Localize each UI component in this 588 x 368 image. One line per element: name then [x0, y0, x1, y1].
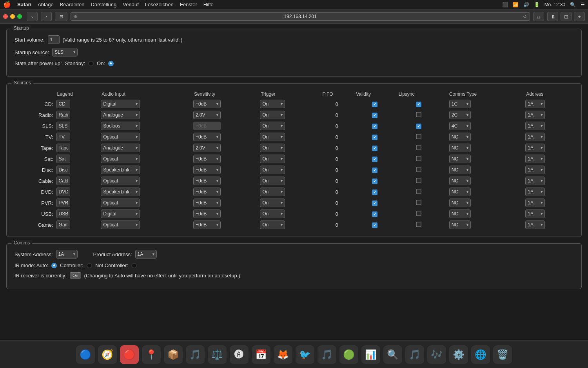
address-select-7[interactable]: 1A2A3A4A: [525, 177, 545, 185]
legend-input-10[interactable]: [56, 210, 70, 218]
audio-input-select-4[interactable]: DigitalAnalogueOpticalSooloosSpeakerLink: [101, 144, 140, 152]
lipsync-checkbox-0[interactable]: [416, 102, 421, 107]
address-select-1[interactable]: 1A2A3A4A: [525, 111, 545, 119]
dock-app5[interactable]: 🎵: [186, 345, 205, 364]
dock-finder[interactable]: 🔵: [76, 345, 95, 364]
search-icon[interactable]: 🔍: [570, 2, 576, 7]
apple-menu[interactable]: 🍎: [3, 1, 11, 8]
validity-checkbox-2[interactable]: [372, 124, 377, 129]
not-controller-radio[interactable]: [131, 263, 137, 268]
lipsync-checkbox-8[interactable]: [416, 189, 421, 194]
legend-input-3[interactable]: [56, 133, 70, 141]
comms-type-select-11[interactable]: NC1C2C3C4C: [449, 220, 471, 229]
address-select-10[interactable]: 1A2A3A4A: [525, 210, 545, 218]
dock-music[interactable]: 🎶: [427, 345, 446, 364]
validity-checkbox-5[interactable]: [372, 157, 377, 162]
comms-type-select-0[interactable]: NC1C2C3C4C: [449, 100, 471, 108]
dock-app6[interactable]: ⚖️: [208, 345, 227, 364]
dock-app16[interactable]: 🌐: [471, 345, 490, 364]
dock-settings[interactable]: ⚙️: [449, 345, 468, 364]
trigger-select-0[interactable]: OnOff: [260, 100, 285, 108]
audio-input-select-11[interactable]: DigitalAnalogueOpticalSooloosSpeakerLink: [101, 220, 140, 229]
address-select-3[interactable]: 1A2A3A4A: [525, 133, 545, 141]
close-button[interactable]: [3, 14, 8, 19]
on-radio[interactable]: [108, 61, 114, 66]
lipsync-checkbox-3[interactable]: [416, 134, 421, 139]
address-select-5[interactable]: 1A2A3A4A: [525, 155, 545, 163]
dock-stats[interactable]: 📊: [361, 345, 380, 364]
dock-calendar[interactable]: 📅: [252, 345, 270, 364]
comms-type-select-8[interactable]: NC1C2C3C4C: [449, 188, 471, 196]
trigger-select-6[interactable]: OnOff: [260, 166, 285, 174]
dock-trash[interactable]: 🗑️: [493, 345, 512, 364]
address-select-8[interactable]: 1A2A3A4A: [525, 188, 545, 196]
back-button[interactable]: ‹: [27, 12, 38, 21]
comms-type-select-2[interactable]: NC1C2C3C4C: [449, 122, 471, 130]
lipsync-checkbox-10[interactable]: [416, 211, 421, 216]
sensitivity-select-4[interactable]: +0dB+6dB+12dB+18dB2.0V1.4V1.0V0.7V: [193, 144, 221, 152]
validity-checkbox-1[interactable]: [372, 113, 377, 118]
dock-spotify[interactable]: 🟢: [339, 345, 358, 364]
controller-radio[interactable]: [87, 263, 92, 268]
validity-checkbox-6[interactable]: [372, 168, 377, 173]
address-select-6[interactable]: 1A2A3A4A: [525, 166, 545, 174]
menu-darstellung[interactable]: Darstellung: [91, 2, 117, 7]
menu-safari[interactable]: Safari: [17, 2, 31, 7]
menu-bearbeiten[interactable]: Bearbeiten: [60, 2, 85, 7]
comms-type-select-3[interactable]: NC1C2C3C4C: [449, 133, 471, 141]
address-select-4[interactable]: 1A2A3A4A: [525, 144, 545, 152]
dock-firefox[interactable]: 🦊: [274, 345, 292, 364]
dock-dropbox[interactable]: 📦: [164, 345, 183, 364]
lipsync-checkbox-11[interactable]: [416, 222, 421, 227]
sensitivity-select-5[interactable]: +0dB+6dB+12dB+18dB2.0V1.4V1.0V0.7V: [193, 155, 221, 163]
validity-checkbox-8[interactable]: [372, 189, 377, 195]
dock-app13[interactable]: 🎵: [405, 345, 424, 364]
comms-type-select-10[interactable]: NC1C2C3C4C: [449, 210, 471, 218]
dock-search[interactable]: 🔍: [383, 345, 402, 364]
ir-auto-radio[interactable]: [51, 263, 57, 268]
home-button[interactable]: ⌂: [533, 12, 544, 21]
sensitivity-select-10[interactable]: +0dB+6dB+12dB+18dB2.0V1.4V1.0V0.7V: [193, 210, 221, 218]
validity-checkbox-7[interactable]: [372, 179, 377, 184]
bookmarks-button[interactable]: ⊡: [561, 12, 572, 21]
sensitivity-select-8[interactable]: +0dB+6dB+12dB+18dB2.0V1.4V1.0V0.7V: [193, 188, 221, 196]
audio-input-select-5[interactable]: DigitalAnalogueOpticalSooloosSpeakerLink: [101, 155, 140, 163]
product-address-select[interactable]: 1A2A3A: [135, 250, 157, 259]
url-bar[interactable]: [71, 12, 530, 21]
legend-input-2[interactable]: [56, 122, 70, 130]
legend-input-8[interactable]: [56, 188, 70, 196]
audio-input-select-10[interactable]: DigitalAnalogueOpticalSooloosSpeakerLink: [101, 210, 140, 218]
audio-input-select-6[interactable]: DigitalAnalogueOpticalSooloosSpeakerLink: [101, 166, 140, 174]
list-icon[interactable]: ☰: [581, 2, 585, 7]
dock-safari[interactable]: 🧭: [98, 345, 117, 364]
add-tab-button[interactable]: +: [574, 12, 585, 21]
audio-input-select-2[interactable]: DigitalAnalogueOpticalSooloosSpeakerLink: [101, 122, 140, 130]
trigger-select-8[interactable]: OnOff: [260, 188, 285, 196]
lipsync-checkbox-9[interactable]: [416, 200, 421, 205]
legend-input-6[interactable]: [56, 166, 70, 174]
audio-input-select-0[interactable]: DigitalAnalogueOpticalSooloosSpeakerLink: [101, 100, 140, 108]
startup-source-select[interactable]: SLS CD Radio TV Tape: [52, 48, 78, 56]
dock-app10[interactable]: 🎵: [318, 345, 336, 364]
validity-checkbox-0[interactable]: [372, 102, 377, 107]
legend-input-1[interactable]: [56, 111, 70, 119]
trigger-select-3[interactable]: OnOff: [260, 133, 285, 141]
sensitivity-select-7[interactable]: +0dB+6dB+12dB+18dB2.0V1.4V1.0V0.7V: [193, 177, 221, 185]
legend-input-7[interactable]: [56, 177, 70, 185]
maximize-button[interactable]: [17, 14, 22, 19]
lipsync-checkbox-2[interactable]: [416, 124, 421, 129]
trigger-select-7[interactable]: OnOff: [260, 177, 285, 185]
comms-type-select-4[interactable]: NC1C2C3C4C: [449, 144, 471, 152]
legend-input-11[interactable]: [56, 220, 70, 229]
sensitivity-select-3[interactable]: +0dB+6dB+12dB+18dB2.0V1.4V1.0V0.7V: [193, 133, 221, 141]
system-address-select[interactable]: 1A2A3A: [56, 250, 78, 259]
share-button[interactable]: ⬆: [547, 12, 558, 21]
validity-checkbox-10[interactable]: [372, 211, 377, 217]
address-select-0[interactable]: 1A2A3A4A: [525, 100, 545, 108]
sensitivity-select-6[interactable]: +0dB+6dB+12dB+18dB2.0V1.4V1.0V0.7V: [193, 166, 221, 174]
audio-input-select-8[interactable]: DigitalAnalogueOpticalSooloosSpeakerLink: [101, 188, 140, 196]
sensitivity-select-11[interactable]: +0dB+6dB+12dB+18dB2.0V1.4V1.0V0.7V: [193, 220, 221, 229]
lipsync-checkbox-4[interactable]: [416, 145, 421, 150]
tab-overview-button[interactable]: ⊟: [55, 12, 67, 21]
comms-type-select-5[interactable]: NC1C2C3C4C: [449, 155, 471, 163]
